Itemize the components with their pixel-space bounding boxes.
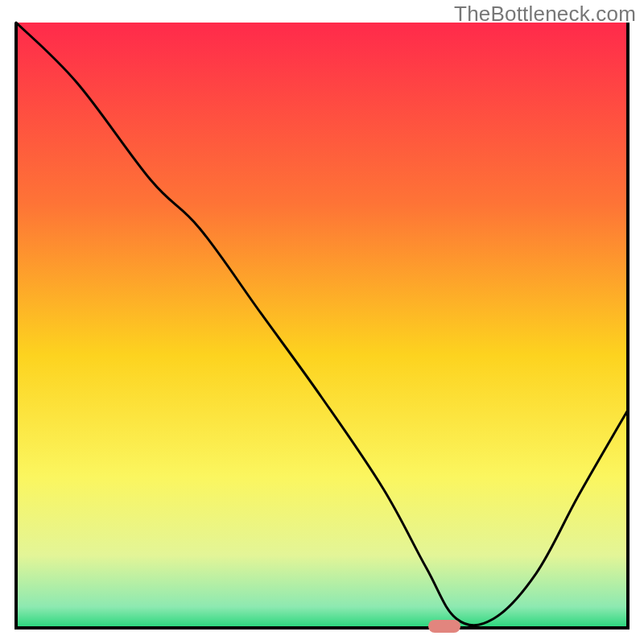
chart-container: TheBottleneck.com bbox=[0, 0, 644, 644]
bottleneck-chart bbox=[0, 0, 644, 644]
chart-background bbox=[16, 23, 628, 628]
watermark-text: TheBottleneck.com bbox=[454, 2, 636, 27]
bottleneck-marker bbox=[428, 620, 460, 633]
